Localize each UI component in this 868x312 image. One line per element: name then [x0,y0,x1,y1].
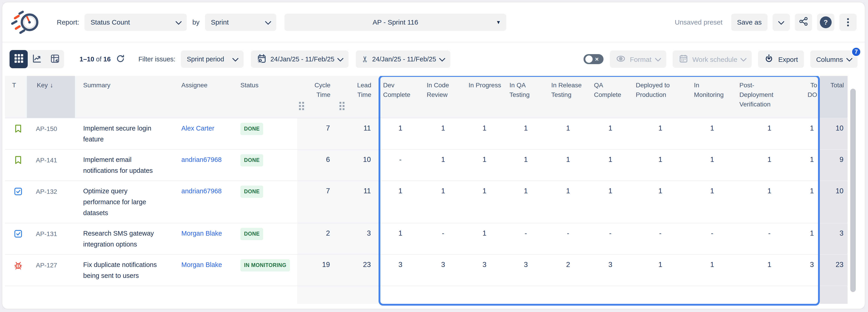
column-header-post-deploy[interactable]: Post-Deployment Verification [735,76,804,118]
column-header-key[interactable]: Key↓ [27,76,75,118]
assignee-link[interactable]: andrian67968 [181,156,221,163]
status-count-value: 1 [464,180,505,223]
column-header-dev-complete[interactable]: Dev Complete [378,76,422,118]
status-count-value: 1 [547,118,589,149]
issue-summary: Implement email notifications for update… [75,149,180,180]
status-count-value: 1 [378,180,422,223]
columns-count-badge: 7 [851,47,861,57]
total-value: 9 [820,149,847,180]
issues-table: TKey↓SummaryAssigneeStatusCycle TimeLead… [5,76,847,304]
report-card: Report: Status Count by Sprint AP - Spri… [2,2,865,309]
sprint-select[interactable]: AP - Sprint 116 ▾ [284,13,506,31]
refresh-icon [116,54,125,64]
status-count-value: 1 [589,118,631,149]
group-by-select[interactable]: Sprint [205,13,276,31]
toggle-knob-icon [585,56,593,63]
status-count-value: 1 [464,149,505,180]
chevron-down-icon [176,18,182,25]
column-header-in-progress[interactable]: In Progress [464,76,505,118]
table-row: AP-150Implement secure login featureAlex… [5,118,847,149]
column-header-release-testing[interactable]: In Release Testing [547,76,589,118]
column-drag-handle-icon[interactable] [299,102,301,104]
work-schedule-select[interactable]: Work schedule [672,51,752,68]
column-header-cycle[interactable]: Cycle Time [297,76,338,118]
status-count-value: - [631,223,689,254]
report-label: Report: [57,18,79,26]
total-value: 10 [820,118,847,149]
status-count-value: 1 [547,149,589,180]
table-row-partial [5,286,847,304]
cycle-time-value: 2 [297,223,338,254]
assignee-link[interactable]: Alex Carter [181,124,214,132]
report-type-select[interactable]: Status Count [85,13,187,31]
lead-time-value: 11 [338,118,378,149]
eye-icon [616,53,626,65]
assignee-link[interactable]: andrian67968 [181,187,221,194]
export-button[interactable]: Export [758,51,804,68]
share-button[interactable] [795,13,812,31]
story-icon [13,127,23,135]
issue-key: AP-131 [27,223,75,254]
column-header-qa-testing[interactable]: In QA Testing [505,76,547,118]
status-count-value: - [689,223,735,254]
issue-key: AP-132 [27,180,75,223]
status-count-value: 1 [505,180,547,223]
vertical-scrollbar[interactable] [850,89,856,292]
table-view-button[interactable] [9,50,28,68]
status-count-value: 1 [631,254,689,286]
status-count-value: 1 [735,118,804,149]
chevron-down-icon [232,55,239,62]
sprint-value: AP - Sprint 116 [373,18,418,26]
status-count-value: 1 [505,149,547,180]
save-as-menu-button[interactable] [773,13,790,31]
status-count-value: 1 [422,180,464,223]
toolbar: 1–10 of 16 Filter issues: Sprint period [2,42,865,76]
status-count-value: 3 [505,254,547,286]
assignee-link[interactable]: Morgan Blake [181,261,222,268]
toggle-switch[interactable]: ✕ [584,54,603,64]
column-header-summary[interactable]: Summary [75,76,180,118]
trim-period-date-select[interactable]: ✂ 24/Jan/25 - 11/Feb/25 [356,51,451,68]
chevron-down-icon [655,55,661,62]
pivot-view-button[interactable] [46,50,64,68]
status-count-value: 1 [735,254,804,286]
help-button[interactable]: ? [817,13,834,31]
columns-select[interactable]: Columns [810,51,858,68]
cycle-time-value: 6 [297,149,338,180]
column-header-total[interactable]: Total [820,76,847,118]
table-row: AP-131Research SMS gateway integration o… [5,223,847,254]
more-menu-button[interactable] [839,13,857,31]
status-badge: DONE [240,122,264,135]
filter-issues-label: Filter issues: [138,56,176,63]
column-header-lead[interactable]: Lead Time [338,76,378,118]
save-as-button[interactable]: Save as [731,13,768,31]
table-header-row: TKey↓SummaryAssigneeStatusCycle TimeLead… [5,76,847,118]
chart-view-button[interactable] [28,50,46,68]
status-count-value: 1 [631,180,689,223]
column-header-code-review[interactable]: In Code Review [422,76,464,118]
scissors-icon: ✂ [361,56,369,62]
refresh-button[interactable] [115,53,126,65]
bug-icon [13,263,23,271]
column-header-assignee[interactable]: Assignee [180,76,239,118]
status-badge: DONE [240,185,264,198]
columns-control: Columns 7 [810,51,858,68]
format-select[interactable]: Format [610,51,666,68]
filter-type-select[interactable]: Sprint period [181,51,244,68]
status-count-value: 3 [378,254,422,286]
column-header-qa-complete[interactable]: QA Complete [589,76,631,118]
status-count-value: 1 [804,118,820,149]
sprint-period-date-select[interactable]: 24/Jan/25 - 11/Feb/25 [251,51,348,68]
column-drag-handle-icon[interactable] [339,102,341,104]
column-header-deployed[interactable]: Deployed to Production [631,76,689,118]
column-header-status[interactable]: Status [239,76,297,118]
assignee-link[interactable]: Morgan Blake [181,229,222,237]
group-by-value: Sprint [211,18,228,26]
column-header-monitoring[interactable]: In Monitoring [689,76,735,118]
x-icon: ✕ [595,57,599,62]
status-count-value: - [735,223,804,254]
column-header-type[interactable]: T [5,76,27,118]
column-header-todo[interactable]: To DO [804,76,820,118]
kebab-menu-icon [847,18,849,26]
status-count-value: - [378,149,422,180]
